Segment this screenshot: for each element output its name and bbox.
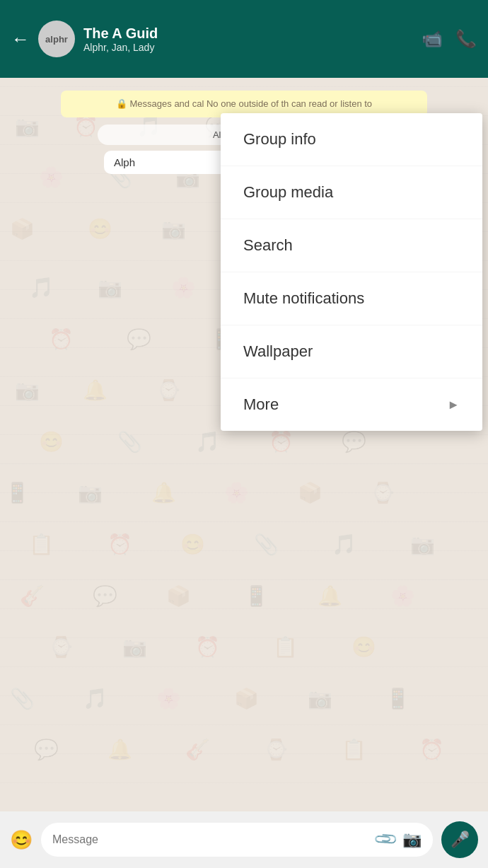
- header-actions: 📹 📞: [422, 29, 477, 49]
- camera-icon[interactable]: 📷: [402, 831, 422, 849]
- menu-item-group-media[interactable]: Group media: [221, 166, 482, 219]
- message-input-bar: 😊 📎 📷 🎤: [0, 811, 488, 868]
- chevron-right-icon: ►: [447, 398, 460, 412]
- menu-item-wallpaper[interactable]: Wallpaper: [221, 325, 482, 378]
- menu-item-group-info[interactable]: Group info: [221, 113, 482, 166]
- chat-area: 📷⏰🎵💬📱🔔📋 🌸📎📷⌚📦🎸 📦😊📷🎵📋⌚ 🎵📷🌸🔔📎📦 ⏰💬📱🌸😊 📷🔔⌚📦📋…: [0, 78, 488, 811]
- video-call-icon[interactable]: 📹: [422, 29, 443, 49]
- search-label: Search: [243, 236, 293, 255]
- back-button[interactable]: ←: [11, 28, 30, 50]
- mic-icon: 🎤: [451, 831, 470, 849]
- mic-button[interactable]: 🎤: [441, 821, 478, 858]
- chat-subtitle: Alphr, Jan, Lady: [83, 42, 413, 53]
- group-info-label: Group info: [243, 130, 316, 149]
- menu-item-mute-notifications[interactable]: Mute notifications: [221, 272, 482, 325]
- phone-icon[interactable]: 📞: [455, 29, 477, 49]
- context-menu: Group info Group media Search Mute notif…: [221, 113, 482, 431]
- header-info[interactable]: The A Guid Alphr, Jan, Lady: [83, 25, 413, 53]
- menu-item-search[interactable]: Search: [221, 219, 482, 272]
- more-label: More: [243, 395, 279, 414]
- avatar-text: alphr: [45, 34, 68, 45]
- emoji-button[interactable]: 😊: [10, 829, 33, 851]
- chat-header: ← alphr The A Guid Alphr, Jan, Lady 📹 📞: [0, 0, 488, 78]
- chat-title: The A Guid: [83, 25, 413, 42]
- dropdown-overlay[interactable]: Group info Group media Search Mute notif…: [0, 78, 488, 811]
- avatar[interactable]: alphr: [38, 21, 75, 57]
- attach-icon[interactable]: 📎: [373, 826, 399, 852]
- mute-notifications-label: Mute notifications: [243, 289, 364, 308]
- message-input[interactable]: [52, 833, 369, 846]
- menu-item-more[interactable]: More ►: [221, 378, 482, 431]
- wallpaper-label: Wallpaper: [243, 342, 313, 361]
- group-media-label: Group media: [243, 183, 333, 202]
- message-field-wrap: 📎 📷: [41, 823, 433, 857]
